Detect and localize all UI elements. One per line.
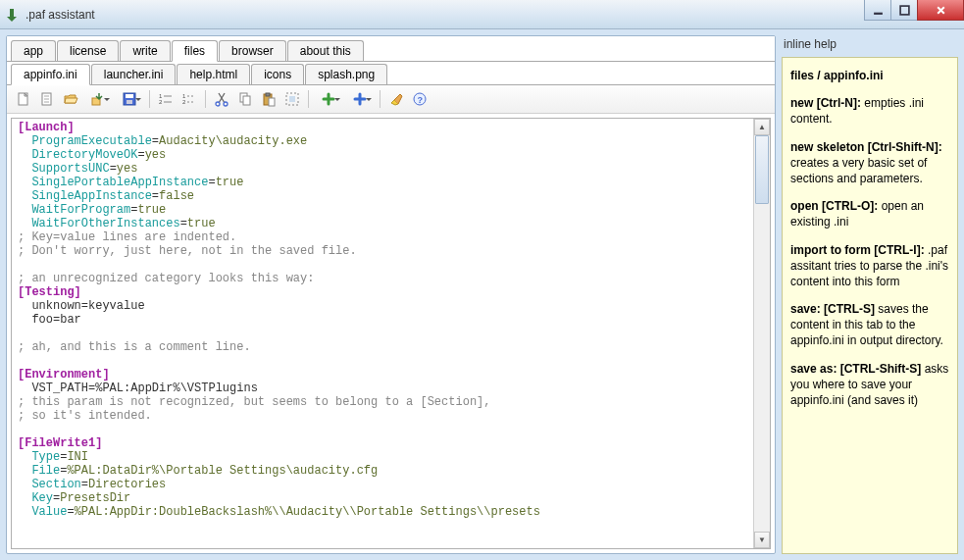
subtab-icons[interactable]: icons <box>251 64 304 84</box>
subtab-help-html[interactable]: help.html <box>177 64 250 84</box>
tab-write[interactable]: write <box>120 40 170 61</box>
toolbar-separator <box>308 90 309 108</box>
code-editor[interactable]: [Launch] ProgramExecutable=Audacity\auda… <box>12 119 753 548</box>
add-blue-icon[interactable] <box>345 88 375 110</box>
maximize-button[interactable] <box>890 0 918 21</box>
svg-rect-10 <box>126 94 133 98</box>
window-controls <box>865 0 964 21</box>
inner-tabstrip: appinfo.inilauncher.inihelp.htmliconsspl… <box>7 62 775 85</box>
app-icon <box>4 7 20 23</box>
outer-tabstrip: applicensewritefilesbrowserabout this <box>7 36 775 62</box>
new-icon[interactable] <box>13 88 34 110</box>
svg-point-20 <box>216 102 220 106</box>
main-pane: applicensewritefilesbrowserabout this ap… <box>6 35 776 554</box>
svg-rect-28 <box>289 96 295 102</box>
help-item: save as: [CTRL-Shift-S] asks you where t… <box>790 361 949 409</box>
help-title: inline help <box>782 35 958 57</box>
save-icon[interactable] <box>115 88 144 110</box>
help-path: files / appinfo.ini <box>790 68 949 83</box>
tab-license[interactable]: license <box>57 40 119 61</box>
tab-browser[interactable]: browser <box>219 40 286 61</box>
toolbar-separator <box>149 90 150 108</box>
content-area: applicensewritefilesbrowserabout this ap… <box>0 29 964 560</box>
cut-icon[interactable] <box>211 88 232 110</box>
svg-rect-11 <box>127 100 132 104</box>
number-list-icon[interactable]: 12 <box>155 88 177 110</box>
paste-icon[interactable] <box>258 88 279 110</box>
tab-about-this[interactable]: about this <box>287 40 364 61</box>
svg-rect-23 <box>243 96 250 105</box>
subtab-appinfo-ini[interactable]: appinfo.ini <box>11 64 90 85</box>
minimize-button[interactable] <box>864 0 891 21</box>
subtab-launcher-ini[interactable]: launcher.ini <box>91 64 177 84</box>
highlight-icon[interactable] <box>385 88 407 110</box>
editor-wrap: [Launch] ProgramExecutable=Audacity\auda… <box>11 118 771 549</box>
help-item: save: [CTRL-S] saves the content in this… <box>790 301 949 349</box>
add-green-icon[interactable] <box>314 88 343 110</box>
titlebar: .paf assistant <box>0 0 964 29</box>
number-list2-icon[interactable]: 12 <box>178 88 200 110</box>
close-button[interactable] <box>917 0 964 21</box>
help-icon[interactable]: ? <box>409 88 431 110</box>
subtab-splash-png[interactable]: splash.png <box>305 64 387 84</box>
toolbar-separator <box>205 90 206 108</box>
svg-rect-26 <box>269 98 275 106</box>
scroll-down-button[interactable]: ▼ <box>754 532 770 548</box>
svg-rect-2 <box>900 6 909 15</box>
tab-app[interactable]: app <box>11 40 56 61</box>
window-title: .paf assistant <box>25 8 95 22</box>
help-pane: inline help files / appinfo.ininew [Ctrl… <box>782 35 958 554</box>
tab-files[interactable]: files <box>172 40 218 62</box>
help-item: import to form [CTRL-I]: .paf assitant t… <box>790 242 949 290</box>
svg-text:2: 2 <box>159 99 163 105</box>
svg-text:2: 2 <box>182 99 186 105</box>
select-all-icon[interactable] <box>281 88 303 110</box>
toolbar-separator <box>380 90 381 108</box>
help-item: open [CTRL-O]: open an existing .ini <box>790 198 949 229</box>
open-icon[interactable] <box>60 88 81 110</box>
new-skeleton-icon[interactable] <box>36 88 58 110</box>
vertical-scrollbar[interactable]: ▲ ▼ <box>753 119 770 548</box>
help-body: files / appinfo.ininew [Ctrl-N]: empties… <box>782 57 958 554</box>
copy-icon[interactable] <box>234 88 256 110</box>
help-item: new skeleton [Ctrl-Shift-N]: creates a v… <box>790 139 949 187</box>
svg-point-21 <box>224 102 228 106</box>
svg-text:?: ? <box>418 95 424 105</box>
scroll-up-button[interactable]: ▲ <box>754 119 770 135</box>
help-item: new [Ctrl-N]: empties .ini content. <box>790 95 949 127</box>
svg-rect-25 <box>266 93 270 96</box>
svg-rect-1 <box>874 12 883 14</box>
toolbar: 1212? <box>7 85 775 114</box>
import-icon[interactable] <box>83 88 113 110</box>
scroll-thumb[interactable] <box>755 135 769 204</box>
